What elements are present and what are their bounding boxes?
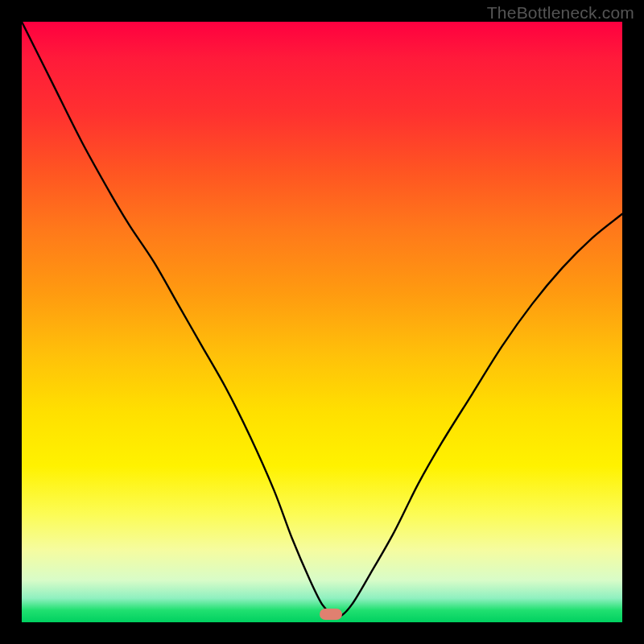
chart-container: TheBottleneck.com <box>0 0 644 644</box>
watermark-label: TheBottleneck.com <box>487 3 634 23</box>
optimum-marker <box>320 609 342 620</box>
plot-area <box>22 22 622 622</box>
bottleneck-curve <box>22 22 622 622</box>
